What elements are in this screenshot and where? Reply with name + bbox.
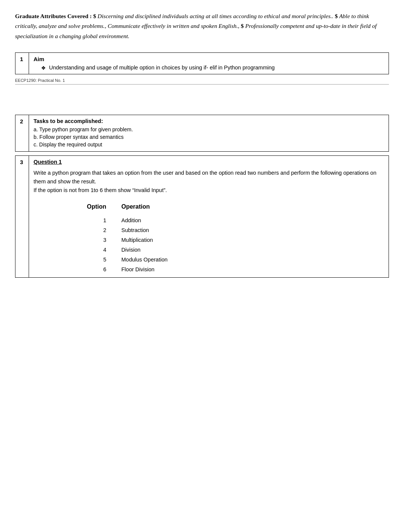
aim-text: Understanding and usage of multiple opti…	[49, 65, 275, 71]
task-b-text: Follow proper syntax and semantics	[40, 134, 124, 140]
task-a-text: Type python program for given problem.	[39, 126, 133, 132]
divider	[15, 84, 389, 85]
operation-cell: Modulus Operation	[114, 255, 349, 264]
option-cell: 4	[69, 245, 114, 255]
option-table: Option Operation 1Addition2Subtraction3M…	[69, 201, 349, 274]
section3-number: 3	[15, 156, 29, 278]
list-item: c. Display the required output	[34, 141, 384, 148]
section2-number: 2	[15, 115, 29, 152]
dollar1: $	[93, 13, 96, 19]
list-item: a. Type python program for given problem…	[34, 126, 384, 133]
task-c-text: Display the required output	[39, 141, 102, 148]
operation-cell: Floor Division	[114, 264, 349, 274]
section1-row: 1 Aim ❖ Understanding and usage of multi…	[15, 53, 389, 74]
section3-row: 3 Question 1 Write a python program that…	[15, 156, 389, 278]
footer-note: EECP1290: Practical No. 1	[15, 78, 389, 83]
table-row: 5Modulus Operation	[69, 255, 349, 264]
tasks-list: a. Type python program for given problem…	[34, 126, 384, 148]
section1-content: Aim ❖ Understanding and usage of multipl…	[29, 53, 389, 74]
list-item: b. Follow proper syntax and semantics	[34, 133, 384, 141]
operation-cell: Subtraction	[114, 225, 349, 235]
operation-cell: Addition	[114, 215, 349, 225]
dollar3: $	[241, 23, 244, 29]
question-body-line1: Write a python program that takes an opt…	[34, 170, 376, 185]
operation-cell: Division	[114, 245, 349, 255]
section2-row: 2 Tasks to be accomplished: a. Type pyth…	[15, 115, 389, 152]
option-table-header-row: Option Operation	[69, 201, 349, 215]
task-c-label: c.	[34, 141, 39, 148]
table-row: 2Subtraction	[69, 225, 349, 235]
col-header-option: Option	[69, 201, 114, 215]
graduate-attributes-label: Graduate Attributes Covered :	[15, 13, 92, 19]
section1-number: 1	[15, 53, 29, 74]
graduate-attributes: Graduate Attributes Covered : $ Discerni…	[15, 11, 389, 41]
graduate-attributes-text1: Discerning and disciplined individuals a…	[98, 13, 334, 19]
dollar2: $	[335, 13, 338, 19]
option-cell: 5	[69, 255, 114, 264]
task-a-label: a.	[34, 126, 39, 132]
section2-table: 2 Tasks to be accomplished: a. Type pyth…	[15, 115, 389, 152]
aim-bullet: ❖ Understanding and usage of multiple op…	[34, 65, 384, 71]
col-header-operation: Operation	[114, 201, 349, 215]
option-cell: 6	[69, 264, 114, 274]
question-body-line2: If the option is not from 1to 6 them sho…	[34, 187, 167, 193]
section1-table: 1 Aim ❖ Understanding and usage of multi…	[15, 52, 389, 74]
bullet-symbol: ❖	[41, 65, 46, 71]
question-body: Write a python program that takes an opt…	[34, 169, 384, 195]
aim-header: Aim	[34, 56, 384, 62]
tasks-header: Tasks to be accomplished:	[34, 118, 384, 124]
section3-table: 3 Question 1 Write a python program that…	[15, 155, 389, 278]
section3-content: Question 1 Write a python program that t…	[29, 156, 389, 278]
task-b-label: b.	[34, 134, 40, 140]
option-cell: 1	[69, 215, 114, 225]
table-row: 6Floor Division	[69, 264, 349, 274]
table-row: 1Addition	[69, 215, 349, 225]
spacer	[15, 96, 389, 115]
section2-content: Tasks to be accomplished: a. Type python…	[29, 115, 389, 152]
operation-cell: Multiplication	[114, 235, 349, 245]
table-row: 4Division	[69, 245, 349, 255]
table-row: 3Multiplication	[69, 235, 349, 245]
option-cell: 3	[69, 235, 114, 245]
option-cell: 2	[69, 225, 114, 235]
question-header: Question 1	[34, 159, 384, 165]
